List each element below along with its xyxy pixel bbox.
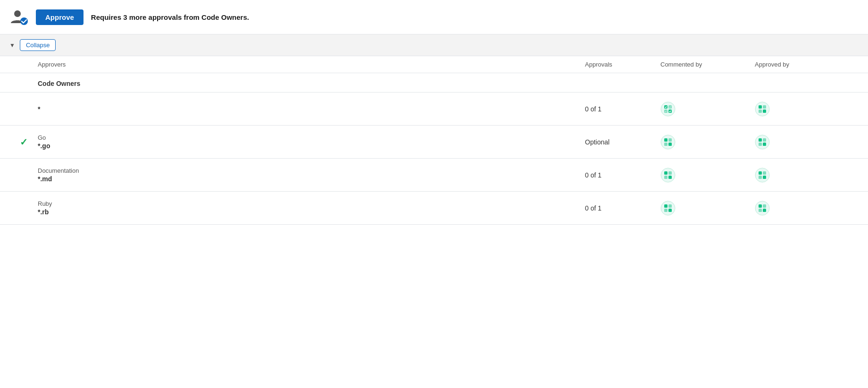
approver-cell: Ruby *.rb [38,200,585,216]
commented-by-avatars [660,135,755,150]
approvals-value: Optional [585,138,660,146]
svg-rect-6 [668,110,672,113]
svg-rect-9 [763,105,766,109]
requirement-text: Requires 3 more approvals from Code Owne… [91,13,249,21]
avatar [660,168,676,183]
approved-by-avatars [755,168,859,183]
approver-pattern: * [38,105,585,113]
chevron-down-icon[interactable]: ▼ [9,42,15,49]
svg-rect-30 [759,176,762,179]
svg-rect-28 [759,171,762,175]
svg-point-7 [755,102,769,116]
green-checkmark-icon: ✓ [20,136,28,148]
header-commented-by: Commented by [660,61,755,68]
svg-rect-34 [668,204,672,208]
approved-by-avatars [755,135,859,150]
approver-cell: Documentation *.md [38,167,585,183]
svg-rect-38 [759,204,762,208]
table-row: * 0 of 1 [0,93,868,126]
collapse-button[interactable]: Collapse [20,39,56,51]
svg-rect-4 [668,105,672,109]
svg-rect-23 [664,171,668,175]
svg-rect-36 [668,209,672,212]
approver-cell: * [38,105,585,113]
avatar [755,168,770,183]
header-approvals: Approvals [585,61,660,68]
svg-rect-5 [664,110,668,113]
approver-pattern: *.rb [38,208,585,216]
table-row: Ruby *.rb 0 of 1 [0,192,868,225]
approved-by-avatars [755,201,859,216]
avatar [755,201,770,216]
svg-rect-21 [763,143,766,146]
approver-name: Ruby [38,200,585,207]
commented-by-avatars [660,201,755,216]
svg-point-32 [661,201,675,215]
svg-rect-40 [759,209,762,212]
check-cell: ✓ [9,136,38,148]
svg-rect-35 [664,209,668,212]
approvals-value: 0 of 1 [585,204,660,212]
svg-point-0 [14,10,21,17]
svg-rect-16 [668,143,672,146]
svg-point-22 [661,168,675,182]
approve-button[interactable]: Approve [36,9,83,25]
top-bar: Approve Requires 3 more approvals from C… [0,0,868,34]
table-header: Approvers Approvals Commented by Approve… [0,56,868,73]
collapse-bar: ▼ Collapse [0,34,868,56]
svg-rect-31 [763,176,766,179]
svg-rect-25 [664,176,668,179]
svg-rect-15 [664,143,668,146]
table-body: * 0 of 1 [0,93,868,225]
svg-rect-11 [763,110,766,113]
header-check-col [9,61,38,68]
approver-name: Go [38,134,585,141]
header-approvers: Approvers [38,61,585,68]
svg-rect-18 [759,138,762,142]
svg-rect-3 [664,105,668,109]
svg-rect-24 [668,171,672,175]
section-title: Code Owners [38,80,80,87]
approver-name: Documentation [38,167,585,174]
svg-rect-39 [763,204,766,208]
table-row: Documentation *.md 0 of 1 [0,159,868,192]
svg-rect-29 [763,171,766,175]
svg-rect-41 [763,209,766,212]
svg-rect-20 [759,143,762,146]
svg-point-17 [755,135,769,149]
avatar [660,101,676,117]
avatar [755,135,770,150]
section-header: Code Owners [0,73,868,93]
avatar-check-icon [9,8,28,26]
avatar [660,201,676,216]
svg-rect-19 [763,138,766,142]
commented-by-avatars [660,101,755,117]
svg-rect-8 [759,105,762,109]
svg-rect-26 [668,176,672,179]
approver-cell: Go *.go [38,134,585,150]
svg-rect-33 [664,204,668,208]
svg-rect-14 [668,138,672,142]
svg-rect-10 [759,110,762,113]
table-row: ✓ Go *.go Optional [0,126,868,159]
approver-pattern: *.go [38,142,585,150]
svg-point-2 [661,102,675,116]
svg-point-37 [755,201,769,215]
avatar [755,101,770,117]
approvals-value: 0 of 1 [585,171,660,179]
header-approved-by: Approved by [755,61,859,68]
svg-point-12 [661,135,675,149]
approvals-value: 0 of 1 [585,105,660,113]
svg-rect-13 [664,138,668,142]
approved-by-avatars [755,101,859,117]
commented-by-avatars [660,168,755,183]
svg-point-27 [755,168,769,182]
avatar [660,135,676,150]
approver-pattern: *.md [38,175,585,183]
